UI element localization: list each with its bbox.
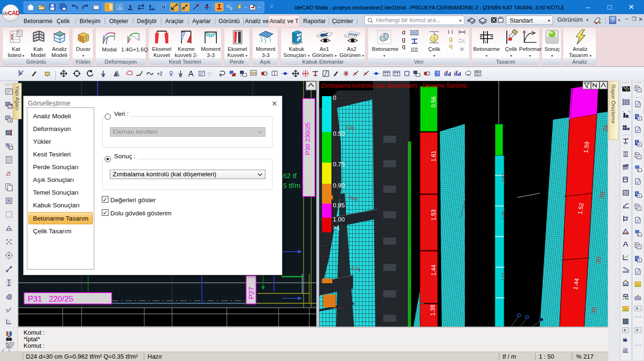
svg-text:30: 30 xyxy=(590,306,598,314)
svg-text:1.34: 1.34 xyxy=(501,211,505,220)
svg-text:1.00: 1.00 xyxy=(333,216,345,223)
svg-text:0.50: 0.50 xyxy=(333,130,345,137)
svg-text:>1: >1 xyxy=(333,224,340,231)
svg-text:0.95: 0.95 xyxy=(333,202,345,209)
svg-text:P31 220/25: P31 220/25 xyxy=(28,295,73,304)
svg-text:30: 30 xyxy=(598,191,607,199)
svg-text:1.61: 1.61 xyxy=(430,150,437,162)
svg-text:1.44: 1.44 xyxy=(430,264,437,276)
svg-text:1.38: 1.38 xyxy=(429,304,436,316)
svg-text:62 tf: 62 tf xyxy=(283,172,297,180)
svg-text:30: 30 xyxy=(594,256,603,264)
svg-text:P27: P27 xyxy=(247,287,255,299)
svg-text:0.56: 0.56 xyxy=(430,96,437,107)
svg-text:5 tf/m: 5 tf/m xyxy=(283,181,301,189)
svg-text:0: 0 xyxy=(333,94,336,101)
svg-text:34: 34 xyxy=(602,124,608,132)
svg-text:0.75: 0.75 xyxy=(333,161,345,168)
svg-text:1.53: 1.53 xyxy=(430,209,437,221)
svg-text:0.90: 0.90 xyxy=(333,182,345,189)
svg-text:P30 230/25: P30 230/25 xyxy=(304,123,311,155)
svg-text:1.02: 1.02 xyxy=(501,173,505,182)
svg-text:1.21: 1.21 xyxy=(501,272,505,281)
svg-text:Zımbalama kontrolü (kat döşeme: Zımbalama kontrolü (kat döşemeleri) - De… xyxy=(321,82,467,89)
